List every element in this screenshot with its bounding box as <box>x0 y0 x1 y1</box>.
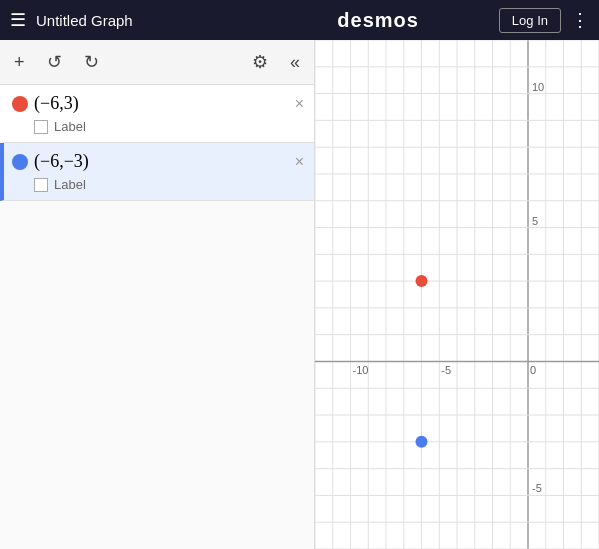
menu-icon[interactable]: ☰ <box>10 9 26 31</box>
graph-area[interactable]: 105-5-10-50 <box>315 40 599 549</box>
label-checkbox-1[interactable] <box>34 120 48 134</box>
expression-empty-area <box>0 201 314 549</box>
svg-text:5: 5 <box>532 215 538 227</box>
main-area: + ↺ ↻ ⚙ « (−6,3) × Label (−6,−3) × <box>0 40 599 549</box>
add-expression-button[interactable]: + <box>10 48 29 77</box>
expression-item-1: (−6,3) × Label <box>0 85 314 143</box>
svg-text:0: 0 <box>530 364 536 376</box>
svg-text:-5: -5 <box>532 482 542 494</box>
expr-text-2[interactable]: (−6,−3) <box>34 151 289 172</box>
expr-dot-blue-2 <box>12 154 28 170</box>
svg-text:-5: -5 <box>441 364 451 376</box>
expr-close-2[interactable]: × <box>295 154 304 170</box>
grid-svg: 105-5-10-50 <box>315 40 599 549</box>
undo-button[interactable]: ↺ <box>43 47 66 77</box>
graph-point-blue <box>416 436 428 448</box>
graph-point-red <box>416 275 428 287</box>
label-text-1: Label <box>54 119 86 134</box>
expr-close-1[interactable]: × <box>295 96 304 112</box>
label-checkbox-2[interactable] <box>34 178 48 192</box>
sidebar: + ↺ ↻ ⚙ « (−6,3) × Label (−6,−3) × <box>0 40 315 549</box>
svg-text:10: 10 <box>532 81 544 93</box>
expr-text-1[interactable]: (−6,3) <box>34 93 289 114</box>
sidebar-toolbar: + ↺ ↻ ⚙ « <box>0 40 314 85</box>
topbar: ☰ Untitled Graph desmos Log In ⋮ <box>0 0 599 40</box>
label-text-2: Label <box>54 177 86 192</box>
more-button[interactable]: ⋮ <box>571 9 589 31</box>
svg-text:-10: -10 <box>353 364 369 376</box>
login-button[interactable]: Log In <box>499 8 561 33</box>
settings-button[interactable]: ⚙ <box>248 47 272 77</box>
redo-button[interactable]: ↻ <box>80 47 103 77</box>
expression-item-2: (−6,−3) × Label <box>0 143 314 201</box>
expr-dot-red-1 <box>12 96 28 112</box>
collapse-button[interactable]: « <box>286 48 304 77</box>
desmos-logo: desmos <box>267 9 488 32</box>
graph-title: Untitled Graph <box>36 12 257 29</box>
